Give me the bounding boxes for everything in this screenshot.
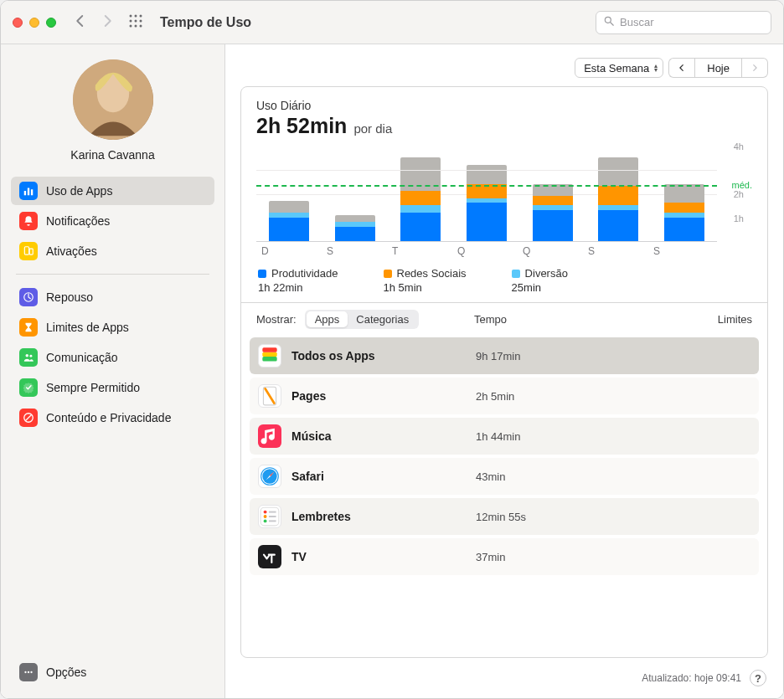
screen-time-window: Tempo de Uso Karina Cavanna [0, 0, 784, 699]
usage-panel: Uso Diário 2h 52min por dia méd. 4h 2h 1… [240, 86, 768, 658]
svg-point-24 [28, 671, 29, 673]
svg-point-35 [264, 515, 267, 518]
svg-point-20 [29, 355, 32, 357]
app-row[interactable]: Música1h 44min [250, 418, 759, 455]
app-name: Todos os Apps [291, 349, 375, 362]
sidebar-item-label: Repouso [46, 290, 93, 304]
sidebar-item-app-usage[interactable]: Uso de Apps [11, 177, 214, 205]
forward-button[interactable] [100, 13, 115, 31]
svg-point-36 [264, 519, 267, 522]
search-field[interactable] [596, 11, 771, 34]
app-row[interactable]: Lembretes12min 55s [250, 498, 759, 535]
sidebar-item-pickups[interactable]: Ativações [11, 237, 214, 265]
search-icon [603, 15, 615, 29]
chart-bar [598, 157, 638, 241]
svg-point-9 [605, 17, 611, 23]
svg-point-19 [26, 354, 29, 357]
avatar [73, 59, 153, 140]
svg-point-4 [135, 20, 137, 23]
ytick: 4h [734, 141, 744, 152]
show-segmented-control[interactable]: Apps Categorias [305, 310, 420, 329]
sidebar-item-communication[interactable]: Comunicação [11, 343, 214, 372]
app-row[interactable]: Safari43min [250, 458, 759, 495]
app-time: 12min 55s [476, 511, 658, 523]
apps-list: Todos os Apps9h 17minPages2h 5minMúsica1… [241, 336, 767, 583]
minimize-window-button[interactable] [29, 18, 39, 28]
sidebar-section-limits: Repouso Limites de Apps Comunicação [11, 283, 214, 432]
music-icon [258, 424, 281, 448]
dropdown-label: Esta Semana [584, 62, 649, 75]
footer: Atualizado: hoje 09:41 ? [240, 666, 768, 686]
period-range-dropdown[interactable]: Esta Semana ▴▾ [575, 58, 663, 78]
app-name: Safari [291, 470, 324, 483]
sidebar-item-label: Notificações [46, 214, 110, 228]
sidebar-item-label: Limites de Apps [46, 321, 129, 334]
summary-value-row: 2h 52min por dia [256, 114, 752, 138]
legend-swatch [384, 270, 392, 278]
svg-point-2 [140, 15, 142, 18]
user-name: Karina Cavanna [70, 148, 154, 162]
sidebar-item-downtime[interactable]: Repouso [11, 283, 214, 311]
svg-line-10 [611, 23, 614, 26]
app-row[interactable]: Todos os Apps9h 17min [250, 337, 759, 374]
search-input[interactable] [620, 16, 764, 28]
last-updated: Atualizado: hoje 09:41 [642, 672, 741, 684]
svg-point-7 [135, 25, 137, 28]
sidebar-item-content-privacy[interactable]: Conteúdo e Privacidade [11, 403, 214, 432]
sidebar-item-label: Uso de Apps [46, 184, 112, 198]
chart-bar-icon [19, 182, 38, 200]
window-controls [13, 18, 56, 28]
sidebar: Karina Cavanna Uso de Apps Notificações [1, 44, 225, 698]
svg-point-25 [30, 671, 32, 673]
zoom-window-button[interactable] [46, 18, 56, 28]
today-button[interactable]: Hoje [694, 58, 742, 78]
app-time: 9h 17min [476, 350, 658, 362]
history-nav [73, 13, 115, 31]
sidebar-item-app-limits[interactable]: Limites de Apps [11, 313, 214, 342]
sidebar-item-label: Comunicação [46, 351, 118, 364]
svg-rect-16 [24, 247, 28, 254]
app-time: 1h 44min [476, 430, 658, 443]
show-all-prefs-button[interactable] [128, 13, 143, 31]
chart-bar [664, 184, 704, 241]
sidebar-item-options[interactable]: Opções [11, 658, 214, 686]
seg-option-apps[interactable]: Apps [307, 311, 348, 327]
seg-option-categories[interactable]: Categorias [348, 311, 417, 327]
app-name: Música [291, 429, 331, 443]
column-header-limits: Limites [652, 313, 752, 326]
svg-rect-26 [262, 357, 276, 361]
sidebar-section-reports: Uso de Apps Notificações Ativações [11, 177, 214, 265]
app-time: 37min [476, 551, 658, 563]
sidebar-item-always-allowed[interactable]: Sempre Permitido [11, 373, 214, 402]
chart-bar [400, 157, 441, 241]
legend-item: Produtividade 1h 22min [258, 267, 338, 294]
close-window-button[interactable] [13, 18, 23, 28]
sidebar-item-notifications[interactable]: Notificações [11, 207, 214, 235]
svg-point-0 [130, 15, 132, 18]
window-title: Tempo de Uso [160, 15, 251, 30]
next-period-button[interactable] [742, 58, 768, 78]
svg-point-34 [264, 511, 267, 514]
legend-swatch [258, 270, 266, 278]
stack-icon [258, 344, 281, 367]
period-nav: Hoje [668, 58, 768, 78]
device-icon [19, 242, 38, 260]
help-button[interactable]: ? [750, 670, 766, 686]
app-row[interactable]: Pages2h 5min [250, 378, 759, 414]
svg-rect-28 [262, 347, 276, 352]
ellipsis-icon [19, 663, 38, 681]
avg-line [256, 185, 717, 187]
app-row[interactable]: TV37min [250, 538, 759, 575]
sidebar-separator [16, 274, 209, 275]
svg-point-8 [140, 25, 142, 28]
svg-rect-13 [24, 191, 26, 195]
reminders-icon [258, 505, 281, 528]
prev-period-button[interactable] [668, 58, 694, 78]
summary-suffix: por dia [353, 121, 392, 136]
app-name: TV [291, 550, 307, 563]
x-axis-labels: DSTQQSS [256, 245, 717, 257]
hourglass-icon [19, 318, 38, 337]
chart-bar [467, 165, 507, 241]
chart-bar [533, 184, 573, 241]
back-button[interactable] [73, 13, 88, 31]
